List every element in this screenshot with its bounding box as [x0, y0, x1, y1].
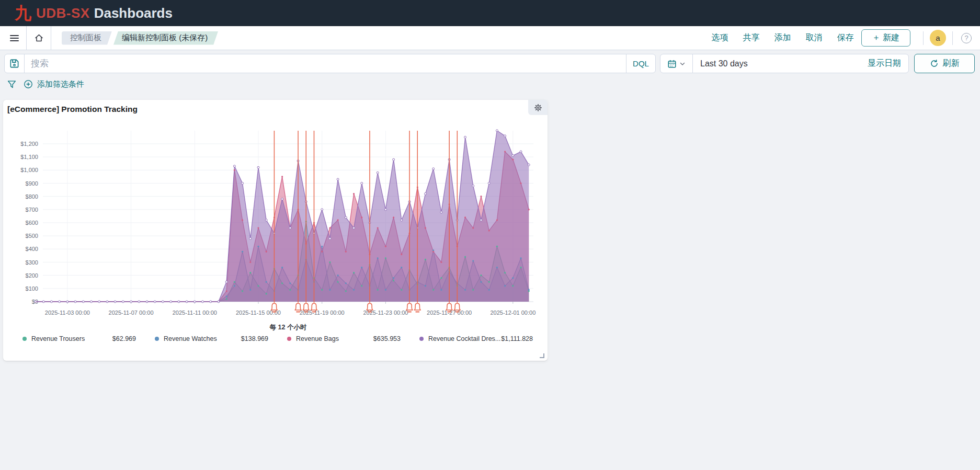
promotion-tracking-panel: [eCommerce] Promotion Tracking $0$100$20…	[3, 100, 548, 361]
add-filter-button[interactable]: 添加筛选条件	[24, 79, 84, 89]
legend-item[interactable]: Revenue Bags$635.953	[287, 335, 419, 342]
legend-series-name: Revenue Trousers	[31, 335, 85, 342]
svg-text:$900: $900	[26, 180, 38, 187]
new-dashboard-button[interactable]: ＋ 新建	[861, 29, 910, 47]
refresh-icon	[930, 59, 939, 68]
date-picker-calendar-button[interactable]	[660, 54, 693, 73]
panel-resize-handle[interactable]	[540, 353, 544, 358]
divider	[952, 31, 953, 45]
filter-icon	[7, 80, 16, 89]
search-bar: DQL	[4, 54, 656, 73]
svg-text:$500: $500	[26, 233, 38, 239]
svg-text:2025-11-15 00:00: 2025-11-15 00:00	[236, 309, 281, 316]
svg-text:2025-11-23 00:00: 2025-11-23 00:00	[363, 309, 408, 316]
svg-text:$700: $700	[26, 207, 38, 213]
calendar-icon	[667, 59, 677, 68]
add-button[interactable]: 添加	[774, 32, 791, 43]
legend-series-value: $1,111.828	[501, 335, 533, 342]
search-input[interactable]	[25, 59, 626, 69]
share-button[interactable]: 共享	[743, 32, 760, 43]
svg-text:$300: $300	[26, 259, 38, 266]
legend-series-dot	[155, 337, 159, 341]
legend-series-dot	[22, 337, 27, 341]
svg-text:$100: $100	[26, 285, 38, 292]
panel-settings-button[interactable]	[528, 100, 548, 115]
svg-text:2025-11-19 00:00: 2025-11-19 00:00	[300, 309, 345, 316]
dql-button[interactable]: DQL	[626, 54, 655, 73]
svg-text:2025-11-11 00:00: 2025-11-11 00:00	[173, 309, 217, 316]
chevron-down-icon	[679, 61, 686, 67]
divider	[26, 26, 27, 50]
legend-series-name: Revenue Cocktail Dres...	[428, 335, 500, 342]
panel-title: [eCommerce] Promotion Tracking	[7, 105, 138, 114]
legend-series-value: $62.969	[112, 335, 136, 342]
svg-text:$1,200: $1,200	[20, 141, 38, 147]
breadcrumb: 控制面板 编辑新控制面板 (未保存)	[62, 31, 218, 45]
home-icon	[34, 33, 44, 43]
plus-icon: ＋	[872, 33, 883, 42]
svg-text:2025-11-07 00:00: 2025-11-07 00:00	[109, 309, 154, 316]
options-button[interactable]: 选项	[712, 32, 728, 43]
plus-circle-icon	[24, 79, 33, 89]
date-range-button[interactable]: Last 30 days	[693, 59, 755, 68]
breadcrumb-current: 编辑新控制面板 (未保存)	[113, 31, 218, 45]
menu-button[interactable]	[5, 26, 23, 50]
help-button[interactable]: ?	[961, 33, 972, 43]
area-chart-svg: $0$100$200$300$400$500$600$700$800$900$1…	[3, 121, 548, 335]
save-icon	[9, 59, 19, 68]
legend-series-value: $635.953	[373, 335, 401, 342]
svg-text:$800: $800	[26, 193, 38, 200]
svg-text:$400: $400	[26, 246, 38, 252]
svg-text:$600: $600	[26, 220, 38, 226]
svg-text:$1,000: $1,000	[20, 167, 38, 173]
refresh-button[interactable]: 刷新	[914, 54, 975, 73]
save-button[interactable]: 保存	[837, 32, 854, 43]
home-button[interactable]	[30, 26, 48, 50]
legend-series-value: $138.969	[241, 335, 268, 342]
divider	[923, 31, 924, 45]
chart-legend: Revenue Trousers$62.969Revenue Watches$1…	[22, 335, 552, 342]
breadcrumb-dashboards[interactable]: 控制面板	[62, 31, 112, 45]
nav-actions: 选项 共享 添加 取消 保存	[712, 32, 854, 43]
svg-text:$200: $200	[26, 272, 38, 279]
hamburger-icon	[10, 35, 19, 41]
legend-series-dot	[287, 337, 291, 341]
legend-item[interactable]: Revenue Cocktail Dres...$1,111.828	[419, 335, 552, 342]
svg-text:2025-12-01 00:00: 2025-12-01 00:00	[490, 309, 535, 316]
avatar[interactable]: a	[930, 30, 946, 46]
legend-series-dot	[419, 337, 424, 341]
query-row: DQL Last 30 days 显示日期 刷新	[4, 54, 975, 73]
gear-icon	[534, 104, 542, 112]
save-query-button[interactable]	[5, 54, 25, 73]
legend-item[interactable]: Revenue Watches$138.969	[155, 335, 287, 342]
brand-name: UDB-SX	[36, 5, 90, 21]
legend-series-name: Revenue Watches	[164, 335, 217, 342]
svg-text:每 12 个小时: 每 12 个小时	[269, 324, 307, 331]
promotion-tracking-chart: $0$100$200$300$400$500$600$700$800$900$1…	[3, 121, 548, 335]
product-name: Dashboards	[94, 5, 173, 21]
legend-item[interactable]: Revenue Trousers$62.969	[22, 335, 155, 342]
legend-series-name: Revenue Bags	[296, 335, 339, 342]
toolbar: 控制面板 编辑新控制面板 (未保存) 选项 共享 添加 取消 保存 ＋ 新建 a…	[0, 26, 980, 50]
svg-text:2025-11-27 00:00: 2025-11-27 00:00	[427, 309, 472, 316]
cancel-button[interactable]: 取消	[806, 32, 823, 43]
show-dates-button[interactable]: 显示日期	[860, 58, 908, 69]
app-header: 九 UDB-SX Dashboards	[0, 0, 980, 26]
date-picker: Last 30 days 显示日期	[660, 54, 909, 73]
filter-bar: 添加筛选条件	[7, 78, 84, 90]
brand-logo-icon: 九	[15, 5, 31, 21]
svg-text:2025-11-03 00:00: 2025-11-03 00:00	[45, 309, 90, 316]
divider	[51, 26, 51, 50]
svg-text:$1,100: $1,100	[20, 154, 38, 160]
